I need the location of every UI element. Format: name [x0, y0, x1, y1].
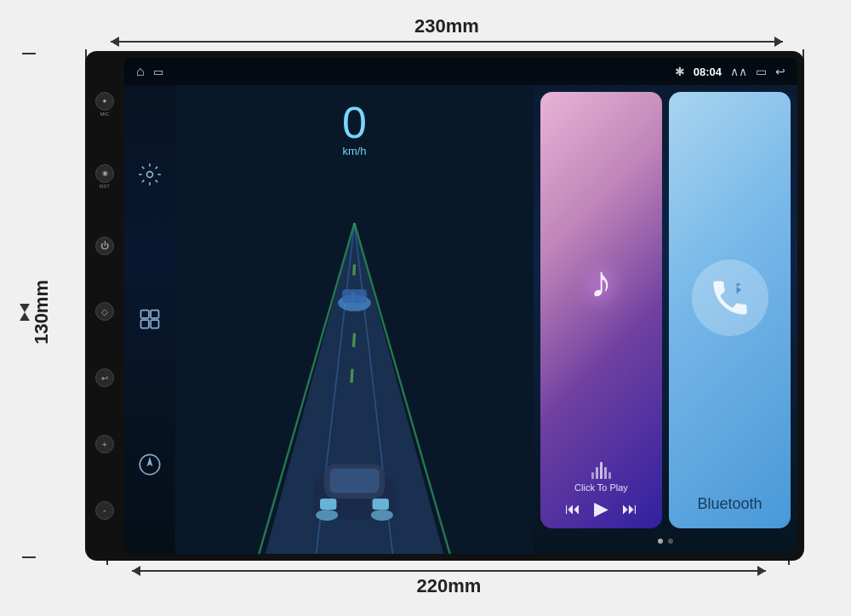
cards-area: ♪ Click To Play — [534, 85, 797, 554]
vol-down-button[interactable]: - — [95, 501, 114, 520]
bt-icon-container — [692, 100, 768, 495]
top-dimension: 230mm — [111, 15, 783, 43]
speed-value: 0 — [342, 100, 367, 145]
power-button[interactable]: ⏻ — [95, 237, 114, 255]
sidebar-grid-icon[interactable] — [134, 303, 166, 335]
next-button[interactable]: ⏭ — [622, 500, 637, 518]
sidebar-settings-icon[interactable] — [134, 158, 166, 191]
svg-rect-3 — [141, 321, 149, 328]
home-status-icon[interactable]: ⌂ — [136, 64, 145, 79]
bottom-dimension-label: 220mm — [417, 575, 482, 597]
click-to-play-label: Click To Play — [574, 482, 628, 493]
dot-1 — [658, 539, 663, 544]
bottom-arrow-line — [132, 570, 766, 572]
back-status-icon[interactable]: ↩ — [775, 65, 785, 78]
battery-icon: ▭ — [756, 65, 767, 78]
bottom-dimension-line — [132, 570, 766, 572]
back-button[interactable]: ↩ — [95, 368, 114, 387]
rst-button-group: ◉ RST — [95, 164, 114, 189]
bluetooth-card[interactable]: Bluetooth — [669, 92, 791, 528]
music-card[interactable]: ♪ Click To Play — [540, 92, 662, 528]
left-dimension-label: 130mm — [31, 280, 53, 345]
bt-phone-circle — [692, 260, 768, 336]
window-status-icon[interactable]: ▭ — [153, 66, 163, 78]
prev-button[interactable]: ⏮ — [565, 500, 580, 518]
back-button-group: ↩ — [95, 368, 114, 387]
rst-button[interactable]: ◉ — [95, 164, 114, 183]
speed-unit: km/h — [342, 145, 367, 157]
vol-up-button-group: + — [95, 435, 114, 453]
driving-area: 0 km/h — [175, 85, 534, 554]
svg-rect-1 — [141, 311, 149, 318]
music-album-art: ♪ — [549, 100, 654, 462]
vol-up-button[interactable]: + — [95, 435, 114, 453]
left-tick-top — [22, 53, 36, 54]
svg-rect-22 — [373, 499, 389, 510]
mic-button-group: ● MIC — [95, 92, 114, 117]
power-button-group: ⏻ — [95, 237, 114, 255]
car-stereo-device: ● MIC ◉ RST ⏻ ◇ — [85, 51, 804, 561]
svg-point-0 — [147, 172, 153, 178]
rst-label: RST — [100, 184, 110, 189]
signal-icon: ∧∧ — [730, 65, 747, 78]
left-dimension: 130mm — [24, 85, 53, 539]
status-bar: ⌂ ▭ ✱ 08:04 ∧∧ ▭ ↩ — [124, 58, 797, 85]
diagram-container: 230mm 220mm 130mm ● MIC — [0, 0, 851, 616]
svg-point-19 — [371, 510, 393, 521]
control-buttons: ⏮ ▶ ⏭ — [549, 498, 654, 520]
mic-button[interactable]: ● — [95, 92, 114, 111]
vol-down-button-group: - — [95, 501, 114, 520]
left-tick-bottom — [22, 556, 36, 558]
sidebar-nav-icon[interactable] — [134, 448, 166, 481]
dots-indicator — [540, 535, 791, 547]
dot-2 — [668, 539, 673, 544]
status-time: 08:04 — [694, 66, 722, 78]
svg-rect-4 — [151, 321, 158, 328]
svg-rect-20 — [329, 468, 379, 493]
speed-display: 0 km/h — [342, 100, 367, 157]
bluetooth-status-icon: ✱ — [675, 65, 685, 78]
bluetooth-label: Bluetooth — [697, 495, 762, 520]
svg-rect-21 — [320, 499, 336, 510]
main-content: 0 km/h — [124, 85, 797, 554]
svg-rect-2 — [151, 311, 158, 318]
home-button[interactable]: ◇ — [95, 302, 114, 321]
top-arrow-line — [111, 41, 783, 43]
play-button[interactable]: ▶ — [594, 498, 608, 520]
screen: ⌂ ▭ ✱ 08:04 ∧∧ ▭ ↩ — [124, 58, 797, 554]
svg-rect-15 — [342, 289, 367, 303]
top-dimension-label: 230mm — [414, 15, 479, 37]
home-button-group: ◇ — [95, 302, 114, 321]
status-right: ✱ 08:04 ∧∧ ▭ ↩ — [675, 65, 785, 78]
bottom-dimension: 220mm — [132, 570, 766, 597]
music-controls: Click To Play ⏮ ▶ ⏭ — [549, 482, 654, 520]
music-note-icon: ♪ — [591, 256, 613, 307]
cards-row: ♪ Click To Play — [540, 92, 791, 528]
sidebar — [124, 85, 175, 554]
mic-label: MIC — [100, 111, 110, 117]
top-dimension-line — [111, 41, 783, 43]
side-buttons-panel: ● MIC ◉ RST ⏻ ◇ — [85, 51, 124, 561]
svg-point-18 — [316, 510, 338, 521]
status-left: ⌂ ▭ — [136, 64, 163, 79]
